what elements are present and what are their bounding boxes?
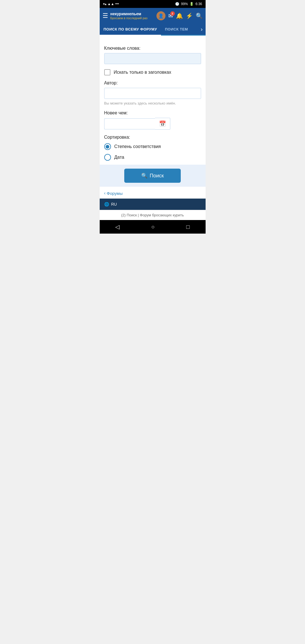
top-nav: ☰ некуримнепьем Бросаем в последний раз … <box>100 8 206 24</box>
newer-than-label: Новее чем: <box>104 110 201 116</box>
logo-main-text: некуримнепьем <box>110 12 154 16</box>
sort-date-row: Дата <box>104 154 201 161</box>
keywords-label: Ключевые слова: <box>104 46 201 51</box>
status-right: 🕐 99% 🔋 6:36 <box>175 2 202 6</box>
search-button-icon: 🔍 <box>141 173 147 179</box>
tab-search-forum[interactable]: ПОИСК ПО ВСЕМУ ФОРУМУ <box>100 24 161 36</box>
messages-icon-wrapper[interactable]: ✉ 2 <box>168 12 173 19</box>
lightning-icon-wrapper[interactable]: ⚡ <box>186 12 193 19</box>
tab-search-forum-label: ПОИСК ПО ВСЕМУ ФОРУМУ <box>104 27 157 31</box>
lang-label: RU <box>111 202 117 206</box>
search-button-label: Поиск <box>150 173 164 179</box>
battery-percent: 99% <box>181 2 188 6</box>
keywords-section: Ключевые слова: <box>104 46 201 65</box>
android-nav-bar: ◁ ○ □ <box>100 220 206 234</box>
author-label: Автор: <box>104 80 201 86</box>
author-section: Автор: Вы можете указать здесь несколько… <box>104 80 201 105</box>
logo-sub-text: Бросаем в последний раз <box>110 16 154 20</box>
author-hint: Вы можете указать здесь несколько имён. <box>104 101 201 105</box>
android-home-button[interactable]: ○ <box>151 224 154 230</box>
signal-icon: ▲▲ <box>108 2 114 6</box>
breadcrumb-link[interactable]: ‹ Форумы <box>104 191 201 196</box>
tab-search-topics-label: ПОИСК ТЕМ <box>165 27 188 31</box>
date-input-row: 📅 <box>104 118 201 130</box>
breadcrumb-arrow-icon: ‹ <box>104 191 106 196</box>
android-recents-button[interactable]: □ <box>186 224 189 230</box>
status-bar: ▾▴ ▲▲ ••• 🕐 99% 🔋 6:36 <box>100 0 206 8</box>
sort-date-label: Дата <box>114 155 124 160</box>
sort-relevance-radio[interactable] <box>104 143 111 150</box>
messages-badge: 2 <box>170 11 175 16</box>
avatar[interactable]: 👤 <box>156 11 165 20</box>
bell-icon: 🔔 <box>176 13 183 19</box>
footer-lang-bar: 🌐 RU <box>100 199 206 210</box>
search-nav-icon: 🔍 <box>196 13 203 19</box>
checkbox-row: Искать только в заголовках <box>104 69 201 75</box>
notifications-icon-wrapper[interactable]: 🔔 <box>176 12 183 19</box>
tabs-row: ПОИСК ПО ВСЕМУ ФОРУМУ ПОИСК ТЕМ › <box>100 24 206 36</box>
keywords-input[interactable] <box>104 53 201 64</box>
sort-relevance-row: Степень соответствия <box>104 143 201 150</box>
search-form: Ключевые слова: Искать только в заголовк… <box>100 36 206 187</box>
search-nav-icon-wrapper[interactable]: 🔍 <box>196 12 203 19</box>
newer-than-section: Новее чем: 📅 <box>104 110 201 130</box>
search-titles-checkbox[interactable] <box>104 69 110 75</box>
page-title-text: (2) Поиск | Форум бросающих курить <box>121 213 184 217</box>
search-button-area: 🔍 Поиск <box>100 165 206 187</box>
checkbox-label: Искать только в заголовках <box>114 70 171 75</box>
calendar-icon: 📅 <box>159 120 166 127</box>
site-logo[interactable]: некуримнепьем Бросаем в последний раз <box>110 12 154 20</box>
battery-icon: 🔋 <box>189 2 194 6</box>
time-display: 6:36 <box>195 2 202 6</box>
alarm-icon: 🕐 <box>175 2 179 6</box>
breadcrumb-bar: ‹ Форумы <box>100 187 206 199</box>
date-input[interactable] <box>104 118 155 129</box>
author-input[interactable] <box>104 88 201 99</box>
sort-section: Сортировка: Степень соответствия Дата <box>104 135 201 161</box>
sort-relevance-label: Степень соответствия <box>114 144 161 149</box>
wifi-icon: ▾▴ <box>103 2 106 6</box>
menu-icon[interactable]: ☰ <box>103 12 108 19</box>
calendar-button[interactable]: 📅 <box>155 118 170 130</box>
lightning-icon: ⚡ <box>186 13 193 19</box>
footer-page-title: (2) Поиск | Форум бросающих курить <box>100 210 206 220</box>
tab-search-topics[interactable]: ПОИСК ТЕМ <box>161 24 192 35</box>
dots-icon: ••• <box>115 2 119 6</box>
breadcrumb-label: Форумы <box>107 191 123 196</box>
search-submit-button[interactable]: 🔍 Поиск <box>124 169 181 183</box>
android-back-button[interactable]: ◁ <box>115 223 119 230</box>
status-left: ▾▴ ▲▲ ••• <box>103 2 119 6</box>
sort-relevance-inner <box>106 145 109 149</box>
sort-label: Сортировка: <box>104 135 201 140</box>
sort-date-radio[interactable] <box>104 154 111 161</box>
tab-scroll-right[interactable]: › <box>198 24 206 35</box>
globe-icon: 🌐 <box>104 202 109 206</box>
avatar-image: 👤 <box>158 13 164 19</box>
nav-icons: 👤 ✉ 2 🔔 ⚡ 🔍 <box>156 11 203 20</box>
